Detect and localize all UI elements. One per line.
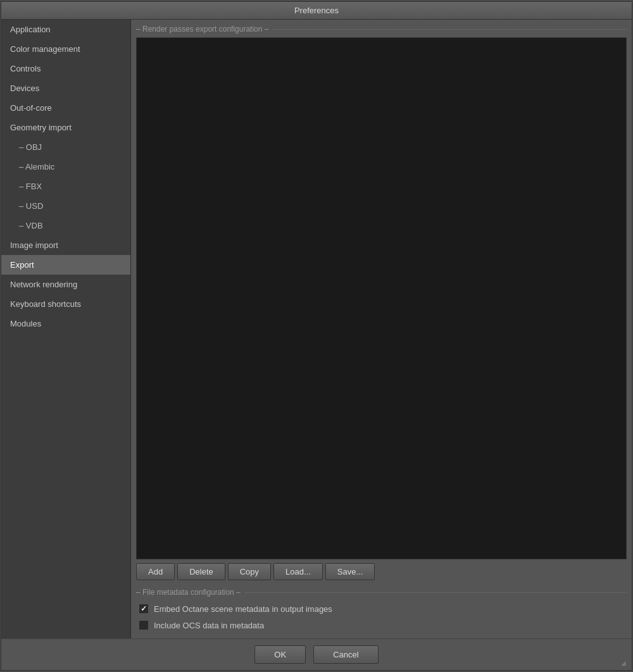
sidebar-item-fbx[interactable]: – FBX: [1, 177, 130, 196]
sidebar-item-out-of-core[interactable]: Out-of-core: [1, 98, 130, 118]
render-passes-box: [136, 37, 627, 559]
render-passes-header: – Render passes export configuration –: [136, 25, 627, 34]
sidebar: Application Color management Controls De…: [1, 20, 131, 638]
save-button[interactable]: Save...: [325, 563, 375, 580]
render-passes-buttons: Add Delete Copy Load... Save...: [136, 563, 627, 580]
bottom-bar: OK Cancel: [1, 638, 632, 670]
include-ocs-checkbox[interactable]: [139, 620, 149, 630]
embed-octane-label: Embed Octane scene metadata in output im…: [154, 604, 332, 614]
file-metadata-header: – File metadata configuration –: [136, 588, 627, 597]
sidebar-item-devices[interactable]: Devices: [1, 78, 130, 98]
cancel-button[interactable]: Cancel: [313, 645, 378, 664]
sidebar-item-network-rendering[interactable]: Network rendering: [1, 275, 130, 294]
sidebar-item-obj[interactable]: – OBJ: [1, 137, 130, 157]
file-metadata-label: – File metadata configuration –: [136, 588, 241, 597]
sidebar-item-keyboard-shortcuts[interactable]: Keyboard shortcuts: [1, 294, 130, 314]
resize-handle[interactable]: ◢: [621, 659, 630, 668]
copy-button[interactable]: Copy: [228, 563, 271, 580]
sidebar-item-export[interactable]: Export: [1, 255, 130, 275]
sidebar-item-color-management[interactable]: Color management: [1, 39, 130, 59]
sidebar-item-modules[interactable]: Modules: [1, 314, 130, 333]
sidebar-item-alembic[interactable]: – Alembic: [1, 157, 130, 177]
add-button[interactable]: Add: [136, 563, 175, 580]
embed-octane-row: Embed Octane scene metadata in output im…: [136, 600, 627, 617]
content-area: Application Color management Controls De…: [1, 20, 632, 638]
sidebar-item-usd[interactable]: – USD: [1, 196, 130, 216]
file-metadata-section: – File metadata configuration – Embed Oc…: [136, 585, 627, 633]
render-passes-divider: [272, 29, 627, 30]
include-ocs-label: Include OCS data in metadata: [154, 621, 264, 630]
render-passes-label: – Render passes export configuration –: [136, 25, 268, 34]
embed-octane-checkbox[interactable]: [139, 604, 149, 614]
sidebar-item-image-import[interactable]: Image import: [1, 235, 130, 255]
sidebar-item-geometry-import[interactable]: Geometry import: [1, 118, 130, 137]
delete-button[interactable]: Delete: [177, 563, 225, 580]
main-panel: – Render passes export configuration – A…: [131, 20, 632, 638]
file-metadata-divider: [244, 592, 627, 593]
include-ocs-row: Include OCS data in metadata: [136, 617, 627, 633]
dialog-title: Preferences: [1, 2, 632, 20]
load-button[interactable]: Load...: [273, 563, 323, 580]
preferences-dialog: Preferences Application Color management…: [1, 1, 632, 671]
ok-button[interactable]: OK: [254, 645, 306, 664]
sidebar-item-controls[interactable]: Controls: [1, 59, 130, 78]
sidebar-item-vdb[interactable]: – VDB: [1, 216, 130, 235]
render-passes-section: Add Delete Copy Load... Save...: [136, 37, 627, 585]
sidebar-item-application[interactable]: Application: [1, 20, 130, 39]
